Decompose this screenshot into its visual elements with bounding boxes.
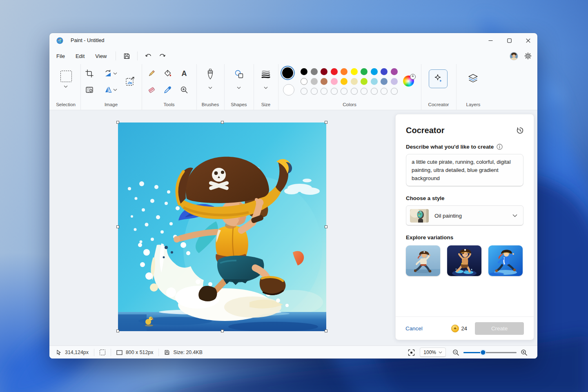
fit-screen-icon[interactable] xyxy=(408,349,415,356)
selection-handle[interactable] xyxy=(221,121,224,124)
custom-color-slot[interactable] xyxy=(391,88,398,95)
zoom-in-icon[interactable] xyxy=(521,349,528,356)
history-button[interactable] xyxy=(515,125,525,135)
color-swatch[interactable] xyxy=(321,68,327,75)
redo-button[interactable] xyxy=(155,50,169,62)
file-size: Size: 20.4KB xyxy=(164,350,203,355)
selection-handle[interactable] xyxy=(325,121,327,124)
remove-background-icon[interactable] xyxy=(85,86,94,94)
selection-size-icon xyxy=(100,350,105,355)
crop-icon[interactable] xyxy=(85,69,94,78)
minimize-button[interactable] xyxy=(481,33,500,48)
add-color-badge: + xyxy=(410,74,416,80)
color-swatch[interactable] xyxy=(321,78,327,85)
zoom-slider-thumb[interactable] xyxy=(480,350,486,355)
color-swatch[interactable] xyxy=(311,68,318,75)
custom-color-slot[interactable] xyxy=(341,88,347,95)
custom-color-slot[interactable] xyxy=(311,88,318,95)
zoom-slider[interactable] xyxy=(463,349,517,356)
brush-icon[interactable] xyxy=(205,69,215,80)
zoom-out-icon[interactable] xyxy=(452,349,459,356)
variations-label-text: Explore variations xyxy=(406,234,453,241)
color-swatch[interactable] xyxy=(311,78,318,85)
shapes-icon[interactable] xyxy=(234,69,244,79)
color-swatch[interactable] xyxy=(331,68,338,75)
custom-color-slot[interactable] xyxy=(301,88,307,95)
save-button[interactable] xyxy=(120,50,134,62)
info-icon[interactable] xyxy=(497,144,503,150)
selection-handle[interactable] xyxy=(325,225,327,228)
color-swatch[interactable] xyxy=(351,78,358,85)
selection-handle[interactable] xyxy=(221,330,224,332)
color-swatch[interactable] xyxy=(361,78,368,85)
custom-color-slot[interactable] xyxy=(351,88,358,95)
cancel-button[interactable]: Cancel xyxy=(405,325,423,332)
color-swatch[interactable] xyxy=(341,68,347,75)
chevron-down-icon[interactable] xyxy=(208,87,212,89)
custom-color-slot[interactable] xyxy=(381,88,388,95)
pencil-icon[interactable] xyxy=(147,69,156,78)
divider xyxy=(94,349,94,356)
chevron-down-icon[interactable] xyxy=(237,87,241,89)
selection-handle[interactable] xyxy=(116,225,119,228)
color-swatch[interactable] xyxy=(331,78,338,85)
variation-thumbnail-1[interactable] xyxy=(406,245,440,276)
chevron-down-icon[interactable] xyxy=(64,85,68,88)
color-swatch[interactable] xyxy=(391,78,398,85)
cursor-position-value: 314,124px xyxy=(65,350,89,355)
background-color-swatch[interactable] xyxy=(283,84,294,96)
text-icon[interactable]: A xyxy=(180,69,188,78)
custom-color-slot[interactable] xyxy=(331,88,338,95)
layers-icon[interactable] xyxy=(468,73,479,84)
group-label: Colors xyxy=(278,102,421,107)
selection-handle[interactable] xyxy=(116,330,119,332)
custom-color-slot[interactable] xyxy=(321,88,327,95)
chevron-down-icon[interactable] xyxy=(113,72,117,75)
line-size-icon[interactable] xyxy=(261,70,270,78)
variation-thumbnail-2[interactable] xyxy=(447,245,481,276)
color-swatch[interactable] xyxy=(301,78,307,85)
variation-thumbnail-3[interactable] xyxy=(488,245,523,276)
close-button[interactable] xyxy=(519,33,537,48)
selection-handle[interactable] xyxy=(116,121,119,124)
menu-edit[interactable]: Edit xyxy=(70,51,90,62)
chevron-down-icon[interactable] xyxy=(113,89,117,91)
custom-color-slot[interactable] xyxy=(361,88,368,95)
color-swatch[interactable] xyxy=(361,68,368,75)
custom-color-slot[interactable] xyxy=(371,88,378,95)
magnifier-icon[interactable] xyxy=(180,86,188,94)
cocreator-button[interactable] xyxy=(429,69,448,88)
selection-rect-icon[interactable] xyxy=(60,71,72,82)
canvas[interactable] xyxy=(118,122,326,331)
maximize-button[interactable] xyxy=(500,33,519,48)
color-swatch[interactable] xyxy=(391,68,398,75)
flip-icon[interactable] xyxy=(104,86,112,94)
color-swatch[interactable] xyxy=(381,68,388,75)
panel-title: Cocreator xyxy=(406,126,523,135)
zoom-level-dropdown[interactable]: 100% xyxy=(420,347,446,357)
selection-handle[interactable] xyxy=(325,330,327,332)
chevron-down-icon[interactable] xyxy=(264,87,268,89)
resize-icon[interactable] xyxy=(125,77,135,87)
profile-avatar[interactable] xyxy=(510,52,518,60)
style-dropdown[interactable]: Oil painting xyxy=(406,205,523,226)
color-swatch[interactable] xyxy=(351,68,358,75)
gear-icon[interactable] xyxy=(524,52,532,60)
color-swatch[interactable] xyxy=(341,78,347,85)
eyedropper-icon[interactable] xyxy=(164,86,172,94)
color-wheel-icon[interactable]: + xyxy=(403,76,414,87)
color-swatch[interactable] xyxy=(381,78,388,85)
prompt-input[interactable]: a little cute pirate, running, colorful,… xyxy=(406,154,523,187)
eraser-icon[interactable] xyxy=(147,86,156,94)
color-swatch[interactable] xyxy=(301,68,307,75)
menu-view[interactable]: View xyxy=(90,51,112,62)
window-title: Paint - Untitled xyxy=(71,38,105,43)
menu-file[interactable]: File xyxy=(51,51,70,62)
color-swatch[interactable] xyxy=(371,78,378,85)
undo-button[interactable] xyxy=(141,50,155,62)
create-button[interactable]: Create xyxy=(475,322,524,335)
color-swatch[interactable] xyxy=(371,68,378,75)
rotate-icon[interactable] xyxy=(104,69,112,78)
fill-bucket-icon[interactable] xyxy=(164,69,172,78)
foreground-color-swatch[interactable] xyxy=(282,67,293,78)
